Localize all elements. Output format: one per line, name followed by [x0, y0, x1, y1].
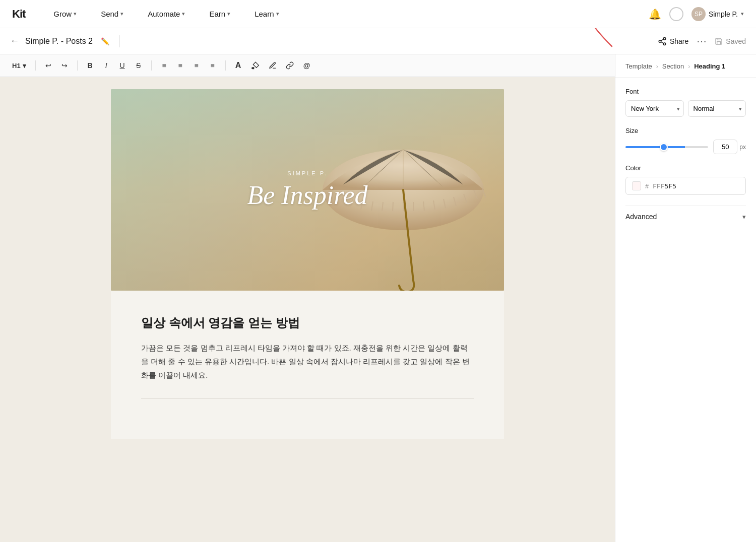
font-style-select[interactable]: Normal Bold Italic — [688, 100, 746, 117]
breadcrumb-sep-2: › — [688, 63, 690, 70]
logo: Kit — [12, 8, 25, 21]
back-button[interactable]: ← — [10, 36, 19, 46]
user-label: Simple P. — [709, 10, 738, 18]
nav-automate[interactable]: Automate ▾ — [144, 8, 189, 20]
color-swatch[interactable] — [632, 181, 641, 190]
fill-icon — [251, 61, 260, 70]
size-slider[interactable] — [625, 146, 708, 148]
nav-earn[interactable]: Earn ▾ — [205, 8, 234, 20]
svg-line-4 — [661, 39, 663, 40]
breadcrumb-sep-1: › — [656, 63, 658, 70]
nav-grow[interactable]: Grow ▾ — [49, 8, 81, 20]
hero-image-block[interactable]: SIMPLE P. Be Inspired — [111, 89, 504, 291]
panel-body: Font New York Arial Georgia ▾ Normal — [615, 78, 756, 542]
align-left-button[interactable]: ≡ — [157, 58, 172, 73]
grow-chevron-icon: ▾ — [74, 11, 77, 17]
editor-toolbar: H1 ▾ ↩ ↪ B I U S ≡ ≡ ≡ ≡ A — [0, 54, 615, 77]
px-label: px — [739, 144, 746, 151]
saved-status: Saved — [715, 37, 746, 45]
link-button[interactable] — [282, 58, 297, 73]
color-section: Color # FFF5F5 — [625, 164, 746, 195]
size-input[interactable] — [713, 140, 737, 154]
toolbar-sep-4 — [225, 60, 226, 71]
advanced-chevron-icon: ▾ — [742, 213, 746, 221]
color-input-wrap[interactable]: # FFF5F5 — [625, 177, 746, 195]
sub-actions: Share ⋯ Saved — [650, 35, 746, 47]
main-layout: H1 ▾ ↩ ↪ B I U S ≡ ≡ ≡ ≡ A — [0, 54, 756, 542]
font-style-wrap: Normal Bold Italic ▾ — [688, 100, 746, 117]
size-slider-wrap: px — [625, 140, 746, 154]
mention-button[interactable]: @ — [299, 58, 314, 73]
earn-chevron-icon: ▾ — [227, 11, 230, 17]
font-family-wrap: New York Arial Georgia ▾ — [625, 100, 684, 117]
size-section: Size px — [625, 127, 746, 154]
nav-right: 🔔 SP Simple P. ▾ — [649, 7, 744, 21]
font-row: New York Arial Georgia ▾ Normal Bold Ita… — [625, 100, 746, 117]
italic-button[interactable]: I — [99, 58, 114, 73]
status-circle[interactable] — [669, 7, 683, 21]
underline-button[interactable]: U — [115, 58, 130, 73]
hero-title: Be Inspired — [247, 180, 367, 210]
bold-button[interactable]: B — [83, 58, 98, 73]
breadcrumb-current: Heading 1 — [694, 62, 725, 70]
breadcrumb-template[interactable]: Template — [625, 62, 652, 70]
content-block[interactable]: 일상 속에서 영감을 얻는 방법 가끔은 모든 것을 멈추고 리프레시 타임을 … — [111, 291, 504, 439]
breadcrumb-section[interactable]: Section — [662, 62, 684, 70]
hero-brand: SIMPLE P. — [247, 170, 367, 176]
saved-label-text: Saved — [726, 37, 746, 45]
nav-learn[interactable]: Learn ▾ — [250, 8, 283, 20]
font-family-select[interactable]: New York Arial Georgia — [625, 100, 684, 117]
color-label: Color — [625, 164, 746, 172]
strikethrough-button[interactable]: S — [131, 58, 146, 73]
svg-line-3 — [661, 42, 663, 43]
svg-point-2 — [663, 43, 666, 45]
align-group: ≡ ≡ ≡ ≡ — [157, 58, 220, 73]
send-chevron-icon: ▾ — [120, 11, 123, 17]
format-group: B I U S — [83, 58, 146, 73]
heading-selector[interactable]: H1 ▾ — [8, 58, 30, 73]
pen-icon — [269, 61, 277, 70]
more-button[interactable]: ⋯ — [697, 35, 707, 47]
align-justify-button[interactable]: ≡ — [205, 58, 220, 73]
user-menu[interactable]: SP Simple P. ▾ — [691, 7, 744, 21]
svg-line-13 — [393, 202, 393, 211]
bell-icon[interactable]: 🔔 — [649, 8, 661, 20]
color-hash: # — [645, 182, 649, 190]
toolbar-sep-3 — [151, 60, 152, 71]
toolbar-sep-1 — [35, 60, 36, 71]
sub-divider — [119, 35, 120, 47]
text-style-button[interactable] — [265, 58, 280, 73]
fill-color-button[interactable] — [248, 58, 263, 73]
saved-icon — [715, 37, 723, 45]
nav-send[interactable]: Send ▾ — [97, 8, 128, 20]
right-panel: Template › Section › Heading 1 Font New … — [615, 54, 756, 542]
undo-button[interactable]: ↩ — [41, 58, 56, 73]
content-body: 가끔은 모든 것을 멈추고 리프레시 타임을 가져야 할 때가 있죠. 재충전을… — [141, 341, 474, 382]
edit-title-icon[interactable]: ✏️ — [101, 37, 109, 45]
top-nav: Kit Grow ▾ Send ▾ Automate ▾ Earn ▾ Lear… — [0, 0, 756, 28]
redo-button[interactable]: ↪ — [57, 58, 72, 73]
advanced-section[interactable]: Advanced ▾ — [625, 205, 746, 228]
automate-chevron-icon: ▾ — [182, 11, 185, 17]
editor-area[interactable]: H1 ▾ ↩ ↪ B I U S ≡ ≡ ≡ ≡ A — [0, 54, 615, 542]
toolbar-sep-2 — [77, 60, 78, 71]
size-input-wrap: px — [713, 140, 746, 154]
content-divider — [141, 398, 474, 398]
align-right-button[interactable]: ≡ — [189, 58, 204, 73]
history-group: ↩ ↪ — [41, 58, 72, 73]
avatar: SP — [691, 7, 706, 21]
breadcrumb: Template › Section › Heading 1 — [615, 54, 756, 78]
svg-line-15 — [413, 202, 414, 211]
font-label: Font — [625, 88, 746, 95]
post-title: Simple P. - Posts 2 — [25, 37, 93, 46]
size-label: Size — [625, 127, 746, 134]
hero-text: SIMPLE P. Be Inspired — [247, 170, 367, 210]
text-size-button[interactable]: A — [231, 58, 246, 73]
share-button[interactable]: Share — [658, 37, 688, 46]
user-chevron-icon: ▾ — [741, 11, 744, 17]
link-icon — [286, 61, 294, 70]
h1-chevron-icon: ▾ — [23, 62, 26, 70]
color-value: FFF5F5 — [653, 182, 739, 190]
align-center-button[interactable]: ≡ — [173, 58, 188, 73]
sub-header: ← Simple P. - Posts 2 ✏️ Share ⋯ — [0, 28, 756, 54]
